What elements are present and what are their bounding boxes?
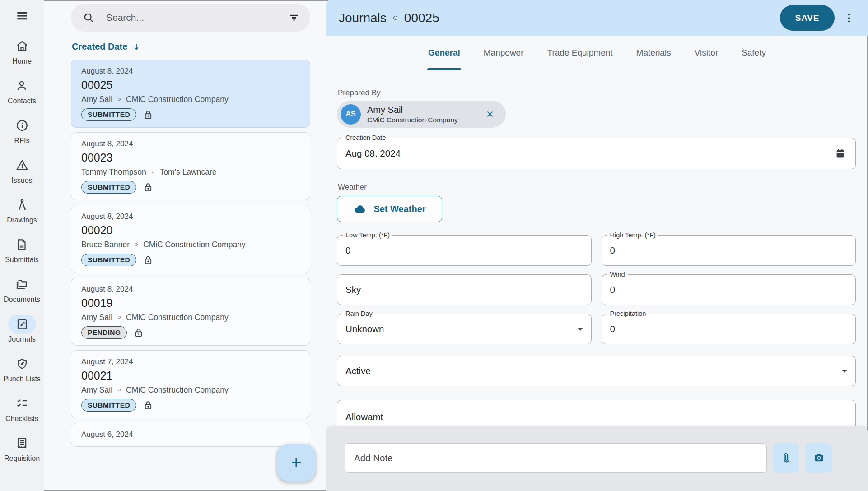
sidebar-item-requisition[interactable]: Requisition <box>4 434 40 463</box>
add-note-input[interactable] <box>345 443 767 473</box>
card-date: August 7, 2024 <box>81 357 301 367</box>
card-author: Amy Sail <box>81 93 112 106</box>
card-author: Amy Sail <box>81 384 112 396</box>
tab-label: Safety <box>742 48 766 58</box>
search-input[interactable] <box>105 12 286 23</box>
plus-icon <box>289 455 304 470</box>
tab-label: Materials <box>636 48 671 58</box>
kebab-menu-icon[interactable] <box>841 10 857 26</box>
tab-general[interactable]: General <box>427 36 461 70</box>
dot-separator-icon <box>118 98 121 101</box>
card-date: August 8, 2024 <box>81 139 301 149</box>
note-bar <box>326 426 868 491</box>
tab-visitor[interactable]: Visitor <box>694 36 719 70</box>
lock-icon <box>133 327 145 338</box>
card-company: CMiC Construction Company <box>126 93 229 106</box>
sidebar-item-label: Punch Lists <box>3 375 41 383</box>
sidebar-item-contacts[interactable]: Contacts <box>8 76 36 105</box>
card-date: August 8, 2024 <box>81 211 301 222</box>
tab-label: General <box>428 48 460 58</box>
attach-file-button[interactable] <box>773 443 799 473</box>
dot-separator-icon <box>135 243 138 246</box>
status-badge: SUBMITTED <box>81 181 136 194</box>
sidebar-item-drawings[interactable]: Drawings <box>7 195 37 224</box>
sidebar-item-journals[interactable]: Journals <box>8 315 36 343</box>
app-window: Home Contacts RFIs Issues Drawings Submi… <box>0 0 868 491</box>
set-weather-label: Set Weather <box>373 204 425 214</box>
sidebar-item-issues[interactable]: Issues <box>8 156 36 185</box>
close-icon[interactable] <box>485 109 495 119</box>
sidebar-item-punch-lists[interactable]: Punch Lists <box>3 354 41 383</box>
sidebar-item-documents[interactable]: Documents <box>4 275 40 304</box>
precipitation-field[interactable]: Precipitation 0 <box>602 314 856 344</box>
tab-bar: General Manpower Trade Equipment Materia… <box>326 36 868 70</box>
journal-card[interactable]: August 8, 2024 00025 Amy Sail CMiC Const… <box>71 60 310 128</box>
sort-created-date[interactable]: Created Date <box>72 42 141 52</box>
sort-label: Created Date <box>72 42 127 52</box>
punch-lists-icon <box>15 357 29 371</box>
set-weather-button[interactable]: Set Weather <box>337 196 442 222</box>
status-select[interactable]: Active <box>337 356 856 386</box>
drawings-icon <box>15 198 29 212</box>
prepared-by-label: Prepared By <box>337 88 856 97</box>
prepared-by-chip: AS Amy Sail CMiC Construction Company <box>337 101 506 128</box>
main-header: Journals 00025 SAVE <box>326 0 868 36</box>
creation-date-field[interactable]: Creation Date Aug 08, 2024 <box>337 138 856 169</box>
search-bar[interactable] <box>71 4 310 32</box>
prepared-by-name: Amy Sail <box>367 104 458 116</box>
journals-icon <box>15 317 29 331</box>
high-temp-field[interactable]: High Temp. (°F) 0 <box>602 235 856 266</box>
sidebar-item-submittals[interactable]: Submittals <box>5 235 39 264</box>
search-icon <box>83 12 94 23</box>
journal-list-panel: Created Date August 8, 2024 00025 Amy Sa… <box>44 0 326 491</box>
save-button[interactable]: SAVE <box>780 5 835 31</box>
status-badge: SUBMITTED <box>81 399 136 412</box>
record-number: 00025 <box>404 11 439 25</box>
card-number: 00023 <box>81 149 301 166</box>
card-number: 00020 <box>81 222 301 238</box>
lock-icon <box>142 109 154 120</box>
calendar-icon[interactable] <box>833 147 847 161</box>
journal-card[interactable]: August 8, 2024 00023 Tommy Thompson Tom'… <box>71 132 310 200</box>
filter-icon[interactable] <box>286 9 302 26</box>
card-author: Amy Sail <box>81 311 112 324</box>
journal-card[interactable]: August 8, 2024 00019 Amy Sail CMiC Const… <box>71 278 310 346</box>
checklists-icon <box>15 397 29 410</box>
sky-field[interactable]: Sky <box>337 274 592 305</box>
camera-icon <box>813 452 825 464</box>
issues-icon <box>15 158 29 172</box>
card-date: August 6, 2024 <box>81 429 301 440</box>
camera-button[interactable] <box>806 443 832 473</box>
journal-card[interactable]: August 7, 2024 00021 Amy Sail CMiC Const… <box>71 350 310 418</box>
tab-safety[interactable]: Safety <box>741 36 767 70</box>
tab-label: Manpower <box>484 48 524 58</box>
add-journal-button[interactable] <box>277 444 316 482</box>
card-number: 00019 <box>81 295 301 311</box>
rain-day-select[interactable]: Rain Day Unknown <box>337 314 592 344</box>
journal-card[interactable]: August 6, 2024 <box>71 423 310 447</box>
card-company: CMiC Construction Company <box>126 311 229 324</box>
sidebar-item-checklists[interactable]: Checklists <box>5 394 38 423</box>
chevron-down-icon <box>578 328 583 331</box>
status-badge: PENDING <box>81 326 127 339</box>
sidebar-item-label: Requisition <box>4 454 40 463</box>
breadcrumb: Journals 00025 <box>339 11 439 25</box>
wind-field[interactable]: Wind 0 <box>602 274 856 305</box>
sidebar-item-label: Issues <box>11 176 32 185</box>
sidebar-item-home[interactable]: Home <box>8 37 36 65</box>
weather-label: Weather <box>337 183 856 192</box>
card-date: August 8, 2024 <box>81 284 301 295</box>
low-temp-field[interactable]: Low Temp. (°F) 0 <box>337 235 592 266</box>
sidebar-item-rfis[interactable]: RFIs <box>8 116 36 145</box>
requisition-icon <box>15 436 29 450</box>
tab-trade-equipment[interactable]: Trade Equipment <box>546 36 614 70</box>
tab-label: Trade Equipment <box>547 48 613 58</box>
tab-manpower[interactable]: Manpower <box>483 36 525 70</box>
card-number: 00025 <box>81 77 301 93</box>
tab-materials[interactable]: Materials <box>635 36 672 70</box>
journal-card[interactable]: August 8, 2024 00020 Bruce Banner CMiC C… <box>71 205 310 273</box>
sidebar: Home Contacts RFIs Issues Drawings Submi… <box>0 0 44 491</box>
card-author: Bruce Banner <box>81 238 130 251</box>
sidebar-item-label: Journals <box>8 335 35 343</box>
hamburger-menu-icon[interactable] <box>12 8 32 24</box>
